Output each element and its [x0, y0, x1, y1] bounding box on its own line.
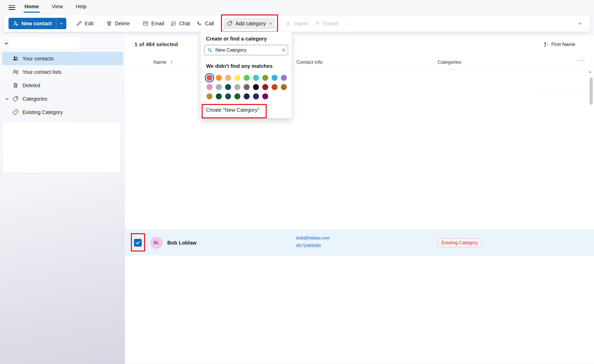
chevron-down-icon [268, 22, 272, 26]
checkmark-icon [135, 240, 140, 245]
toolbar-separator [344, 19, 345, 28]
category-color-swatch[interactable] [244, 75, 250, 81]
chevron-down-icon [59, 21, 63, 26]
contact-row[interactable]: BL Bob Loblaw bob@loblaw.com 8572469560 … [125, 230, 594, 255]
tag-icon [227, 20, 233, 27]
create-category-button[interactable]: Create "New Category" [204, 106, 288, 114]
email-button[interactable]: Email [139, 18, 167, 29]
category-color-swatch[interactable] [216, 84, 222, 90]
scrollbar-thumb[interactable] [590, 77, 593, 105]
trash-icon [12, 82, 19, 89]
import-label: Import [294, 21, 308, 27]
sort-control[interactable]: AZ ↓ First Name [544, 42, 575, 47]
category-color-swatch[interactable] [244, 93, 250, 99]
new-contact-dropdown-arrow[interactable] [56, 18, 66, 29]
clear-search-icon[interactable] [281, 47, 286, 53]
category-color-swatch[interactable] [234, 75, 240, 81]
outlook-people-page: Home View Help New contact [0, 0, 594, 364]
category-color-swatch[interactable] [272, 75, 278, 81]
call-button[interactable]: Call [193, 18, 217, 29]
phone-link[interactable]: 8572469560 [296, 242, 330, 250]
category-color-swatch[interactable] [216, 93, 222, 99]
category-color-swatch[interactable] [207, 84, 212, 90]
sidebar-item-your-contacts[interactable]: Your contacts [2, 52, 123, 65]
category-color-swatch[interactable] [262, 93, 268, 99]
tab-home[interactable]: Home [24, 2, 39, 13]
row-separator-fragment [535, 90, 588, 91]
red-tag-icon [12, 109, 19, 116]
sidebar-item-your-contact-lists[interactable]: Your contact lists [2, 65, 123, 79]
sort-az-icon: AZ ↓ [544, 42, 549, 47]
delete-button[interactable]: Delete [103, 18, 133, 29]
sidebar-item-label: Your contact lists [22, 69, 61, 75]
category-search-input[interactable] [215, 47, 279, 53]
sidebar-nav: Your contacts Your contact lists Deleted [0, 52, 125, 119]
hamburger-menu-icon[interactable] [9, 5, 15, 10]
category-color-swatch[interactable] [234, 84, 240, 90]
trash-icon [106, 20, 112, 27]
category-color-swatch[interactable] [244, 84, 250, 90]
category-badge[interactable]: Existing Category [438, 238, 482, 247]
toolbar-separator [136, 19, 136, 28]
avatar: BL [150, 237, 163, 249]
sort-label: First Name [551, 42, 575, 47]
toolbar-overflow-chevron[interactable] [577, 21, 582, 26]
import-button[interactable]: Import [282, 18, 312, 29]
contacts-list-panel: 1 of 484 selected AZ ↓ First Name Name ↑… [125, 36, 594, 364]
delete-label: Delete [115, 21, 130, 27]
edit-button[interactable]: Edit [73, 18, 97, 29]
category-color-swatch[interactable] [207, 93, 212, 99]
category-search-box [204, 45, 288, 55]
column-header-name[interactable]: Name ↑ [153, 59, 173, 65]
category-color-swatch[interactable] [253, 75, 259, 81]
category-color-swatch[interactable] [253, 84, 259, 90]
download-arrow-icon [285, 20, 291, 27]
category-color-swatch[interactable] [253, 93, 259, 99]
export-button[interactable]: Export [311, 18, 341, 29]
tag-icon [12, 95, 19, 102]
scrollbar-up-arrow[interactable]: ▲ [589, 70, 592, 74]
checkbox-wrapper [134, 239, 142, 247]
chevron-down-icon [577, 21, 582, 26]
envelope-icon [142, 20, 149, 27]
category-color-swatch[interactable] [281, 75, 287, 81]
category-color-swatch[interactable] [207, 75, 212, 81]
chat-bubble-icon [170, 20, 177, 27]
category-color-swatch[interactable] [225, 93, 231, 99]
sidebar-redacted-block [3, 122, 120, 172]
sidebar-item-existing-category[interactable]: Existing Category [2, 106, 123, 119]
chat-label: Chat [179, 21, 190, 27]
sidebar-item-label: Deleted [22, 83, 40, 88]
more-options-ellipsis[interactable]: ··· [577, 56, 586, 64]
category-color-swatch[interactable] [262, 75, 268, 81]
add-category-label: Add category [235, 21, 266, 27]
sidebar-item-categories[interactable]: Categories [2, 92, 123, 106]
tab-help[interactable]: Help [75, 2, 87, 13]
column-header-contact-info[interactable]: Contact info [296, 59, 322, 65]
category-color-swatch[interactable] [281, 84, 287, 90]
sidebar-item-label: Existing Category [22, 109, 63, 115]
chat-button[interactable]: Chat [167, 18, 193, 29]
sidebar-collapse-chevron-icon[interactable] [4, 41, 9, 46]
tab-view[interactable]: View [51, 2, 64, 13]
category-color-swatch[interactable] [262, 84, 268, 90]
category-color-swatch[interactable] [216, 75, 222, 81]
sidebar: Your contacts Your contact lists Deleted [0, 36, 125, 364]
phone-icon [196, 20, 202, 27]
email-link[interactable]: bob@loblaw.com [296, 234, 330, 242]
add-category-button[interactable]: Add category [224, 18, 275, 29]
new-contact-button[interactable]: New contact [9, 18, 56, 29]
row-checkbox[interactable] [134, 239, 142, 247]
toolbar-separator [220, 19, 220, 28]
toolbar-separator [279, 19, 279, 28]
chevron-down-icon[interactable] [5, 96, 9, 101]
category-color-swatch[interactable] [225, 75, 231, 81]
people-list-icon [12, 69, 19, 75]
add-category-dropdown: Create or find a category We didn't find… [201, 32, 292, 118]
category-color-swatch[interactable] [272, 84, 278, 90]
sidebar-item-label: Your contacts [22, 56, 53, 62]
sidebar-item-deleted[interactable]: Deleted [2, 79, 123, 92]
category-color-swatch[interactable] [225, 84, 231, 90]
column-header-categories[interactable]: Categories [438, 59, 461, 65]
category-color-swatch[interactable] [234, 93, 240, 99]
